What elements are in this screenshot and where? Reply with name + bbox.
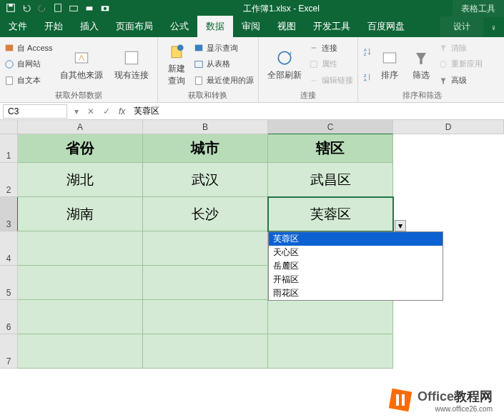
fx-icon[interactable]: fx [114, 106, 129, 116]
col-header-d[interactable]: D [393, 120, 504, 134]
refresh-all-button[interactable]: 全部刷新 [263, 40, 306, 89]
cell-b5[interactable] [143, 266, 268, 300]
ribbon-tabs: 文件 开始 插入 页面布局 公式 数据 审阅 视图 开发工具 百度网盘 设计 ♀ [0, 17, 504, 37]
row-header-2[interactable]: 2 [0, 163, 18, 197]
tab-baidu[interactable]: 百度网盘 [359, 16, 413, 37]
properties-button: 属性 [309, 58, 353, 70]
ribbon-group-label: 连接 [263, 89, 353, 101]
cell-c6[interactable] [268, 300, 393, 334]
row-header-7[interactable]: 7 [0, 334, 18, 369]
svg-rect-23 [383, 53, 396, 63]
tab-design[interactable]: 设计 [440, 16, 483, 37]
from-web-button[interactable]: 自网站 [4, 58, 53, 70]
dropdown-option[interactable]: 芙蓉区 [269, 232, 443, 246]
col-header-c[interactable]: C [268, 120, 393, 134]
ribbon-group-external-data: 自 Access 自网站 自文本 自其他来源 现有连接 获取外部数据 [0, 37, 158, 102]
tab-developer[interactable]: 开发工具 [305, 16, 359, 37]
cell-b6[interactable] [143, 300, 268, 334]
cell-a1[interactable]: 省份 [18, 134, 143, 163]
cell-b4[interactable] [143, 231, 268, 266]
row-header-6[interactable]: 6 [0, 300, 18, 334]
cell-b2[interactable]: 武汉 [143, 163, 268, 197]
existing-connections-button[interactable]: 现有连接 [110, 40, 153, 89]
open-icon[interactable] [69, 3, 79, 15]
print-icon[interactable] [84, 3, 94, 15]
from-table-button[interactable]: 从表格 [194, 58, 254, 70]
tab-home[interactable]: 开始 [36, 16, 71, 37]
cell-c7[interactable] [268, 334, 393, 369]
cell-a4[interactable] [18, 231, 143, 266]
name-box-dropdown-icon[interactable]: ▾ [70, 106, 83, 116]
from-other-sources-button[interactable]: 自其他来源 [56, 40, 107, 89]
select-all-corner[interactable] [0, 120, 18, 134]
cell-a7[interactable] [18, 334, 143, 369]
tab-data[interactable]: 数据 [197, 16, 233, 37]
cell-a2[interactable]: 湖北 [18, 163, 143, 197]
cell-c3[interactable]: 芙蓉区 [268, 197, 393, 231]
connections-button[interactable]: 连接 [309, 42, 353, 54]
svg-rect-10 [75, 53, 88, 63]
watermark: Office教程网 www.office26.com [387, 387, 493, 413]
dropdown-option[interactable]: 天心区 [269, 246, 443, 259]
tab-pagelayout[interactable]: 页面布局 [107, 16, 162, 37]
tab-review[interactable]: 审阅 [233, 16, 269, 37]
col-header-a[interactable]: A [18, 120, 143, 134]
sort-desc-button[interactable]: ZA [362, 71, 372, 83]
svg-rect-3 [70, 6, 78, 11]
cell-a3[interactable]: 湖南 [18, 197, 143, 231]
row-header-1[interactable]: 1 [0, 134, 18, 163]
advanced-filter-button[interactable]: 高级 [438, 74, 483, 86]
svg-rect-7 [6, 45, 14, 51]
new-icon[interactable] [53, 3, 63, 15]
undo-icon[interactable] [21, 3, 31, 15]
svg-rect-9 [6, 76, 13, 84]
row-header-5[interactable]: 5 [0, 266, 18, 300]
new-query-button[interactable]: 新建 查询 [162, 40, 191, 89]
cell-a5[interactable] [18, 266, 143, 300]
svg-rect-26 [396, 394, 399, 406]
tab-formulas[interactable]: 公式 [162, 16, 197, 37]
dropdown-option[interactable]: 开福区 [269, 273, 443, 286]
cell-c1[interactable]: 辖区 [268, 134, 393, 163]
row-header-4[interactable]: 4 [0, 231, 18, 266]
cell-c2[interactable]: 武昌区 [268, 163, 393, 197]
cancel-icon[interactable]: ✕ [83, 106, 99, 116]
tab-insert[interactable]: 插入 [71, 16, 107, 37]
confirm-icon[interactable]: ✓ [99, 106, 114, 116]
reapply-button: 重新应用 [438, 58, 483, 70]
col-header-b[interactable]: B [143, 120, 268, 134]
ribbon-group-get-transform: 新建 查询 显示查询 从表格 最近使用的源 获取和转换 [158, 37, 259, 102]
ribbon-group-connections: 全部刷新 连接 属性 编辑链接 连接 [259, 37, 358, 102]
dropdown-option[interactable]: 岳麓区 [269, 259, 443, 273]
clear-filter-button: 清除 [438, 42, 483, 54]
show-queries-button[interactable]: 显示查询 [194, 42, 254, 54]
from-text-button[interactable]: 自文本 [4, 74, 53, 86]
row-header-3[interactable]: 3 [0, 197, 18, 231]
recent-sources-button[interactable]: 最近使用的源 [194, 74, 254, 86]
tab-file[interactable]: 文件 [0, 16, 36, 37]
name-box[interactable] [3, 104, 67, 119]
cell-b1[interactable]: 城市 [143, 134, 268, 163]
sort-asc-button[interactable]: AZ [362, 46, 372, 57]
camera-icon[interactable] [100, 3, 110, 15]
cell-b7[interactable] [143, 334, 268, 369]
dropdown-handle-icon[interactable]: ▾ [395, 220, 406, 231]
tab-view[interactable]: 视图 [269, 16, 305, 37]
cells-area[interactable]: 省份 城市 辖区 湖北 武汉 武昌区 湖南 长沙 芙蓉区 ▾ [18, 134, 504, 369]
validation-dropdown[interactable]: 芙蓉区 天心区 岳麓区 开福区 雨花区 [268, 231, 443, 301]
from-access-button[interactable]: 自 Access [4, 42, 53, 54]
redo-icon[interactable] [37, 3, 47, 15]
sort-button[interactable]: 排序 [375, 40, 404, 89]
contextual-tab-label: 表格工具 [453, 0, 504, 17]
save-icon[interactable] [6, 3, 16, 15]
svg-point-6 [104, 6, 107, 9]
formula-input[interactable]: 芙蓉区 [129, 104, 504, 119]
filter-button[interactable]: 筛选 [407, 40, 435, 89]
cell-b3[interactable]: 长沙 [143, 197, 268, 231]
svg-rect-25 [389, 389, 412, 411]
column-headers: A B C D [18, 120, 504, 134]
tell-me-icon[interactable]: ♀ [483, 19, 504, 37]
dropdown-option[interactable]: 雨花区 [269, 286, 443, 300]
cell-a6[interactable] [18, 300, 143, 334]
ribbon: 自 Access 自网站 自文本 自其他来源 现有连接 获取外部数据 新建 查询… [0, 37, 504, 103]
